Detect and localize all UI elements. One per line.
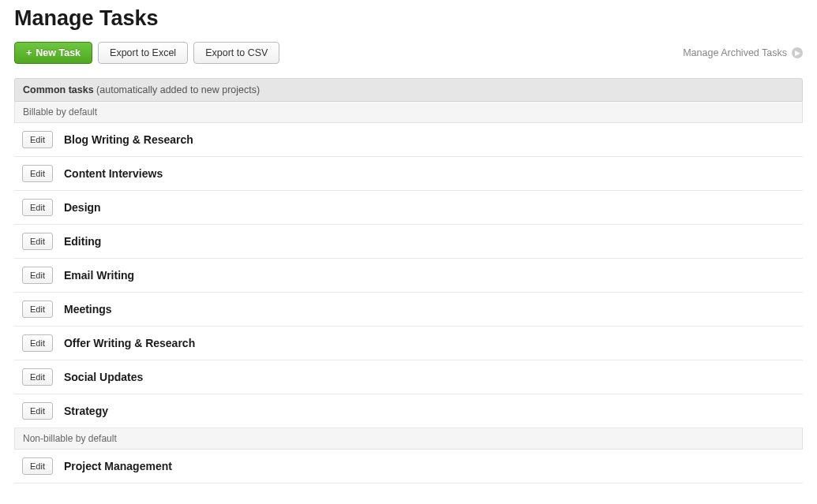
task-name: Strategy bbox=[64, 405, 108, 417]
non-billable-group-header: Non-billable by default bbox=[14, 428, 803, 450]
new-task-label: New Task bbox=[36, 47, 81, 58]
task-name: Project Management bbox=[64, 460, 172, 472]
task-row: EditEmail Writing bbox=[14, 259, 803, 293]
task-row: EditMeetings bbox=[14, 293, 803, 327]
task-name: Blog Writing & Research bbox=[64, 133, 193, 146]
task-row: EditEditing bbox=[14, 225, 803, 259]
section-header: Common tasks (automatically added to new… bbox=[14, 78, 803, 102]
toolbar: + New Task Export to Excel Export to CSV… bbox=[14, 42, 803, 64]
manage-archived-link[interactable]: Manage Archived Tasks ▶ bbox=[683, 47, 803, 58]
task-row: EditContent Interviews bbox=[14, 157, 803, 191]
arrow-right-icon: ▶ bbox=[792, 47, 803, 58]
edit-button[interactable]: Edit bbox=[22, 131, 53, 148]
task-name: Social Updates bbox=[64, 371, 143, 383]
task-row: EditStrategy bbox=[14, 394, 803, 428]
plus-icon: + bbox=[26, 47, 32, 58]
task-row: EditOffer Writing & Research bbox=[14, 327, 803, 360]
task-name: Content Interviews bbox=[64, 167, 163, 180]
edit-button[interactable]: Edit bbox=[22, 334, 53, 352]
edit-button[interactable]: Edit bbox=[22, 368, 53, 386]
page-title: Manage Tasks bbox=[14, 0, 803, 31]
new-task-button[interactable]: + New Task bbox=[14, 42, 92, 64]
edit-button[interactable]: Edit bbox=[22, 233, 53, 250]
billable-task-list: EditBlog Writing & ResearchEditContent I… bbox=[14, 123, 803, 428]
edit-button[interactable]: Edit bbox=[22, 402, 53, 420]
task-name: Email Writing bbox=[64, 269, 134, 282]
edit-button[interactable]: Edit bbox=[22, 199, 53, 216]
task-name: Offer Writing & Research bbox=[64, 337, 195, 349]
non-billable-task-list: EditProject Management bbox=[14, 450, 803, 483]
export-csv-button[interactable]: Export to CSV bbox=[193, 42, 279, 64]
edit-button[interactable]: Edit bbox=[22, 457, 53, 475]
task-row: EditDesign bbox=[14, 191, 803, 225]
manage-archived-label: Manage Archived Tasks bbox=[683, 47, 787, 58]
task-name: Editing bbox=[64, 235, 101, 248]
edit-button[interactable]: Edit bbox=[22, 301, 53, 318]
section-subtitle: (automatically added to new projects) bbox=[96, 84, 260, 95]
export-excel-button[interactable]: Export to Excel bbox=[98, 42, 188, 64]
task-name: Design bbox=[64, 201, 101, 214]
task-row: EditSocial Updates bbox=[14, 360, 803, 394]
edit-button[interactable]: Edit bbox=[22, 165, 53, 182]
task-row: EditBlog Writing & Research bbox=[14, 123, 803, 157]
billable-group-header: Billable by default bbox=[14, 102, 803, 123]
task-name: Meetings bbox=[64, 303, 112, 315]
task-row: EditProject Management bbox=[14, 450, 803, 483]
edit-button[interactable]: Edit bbox=[22, 267, 53, 284]
section-title: Common tasks bbox=[23, 84, 94, 95]
